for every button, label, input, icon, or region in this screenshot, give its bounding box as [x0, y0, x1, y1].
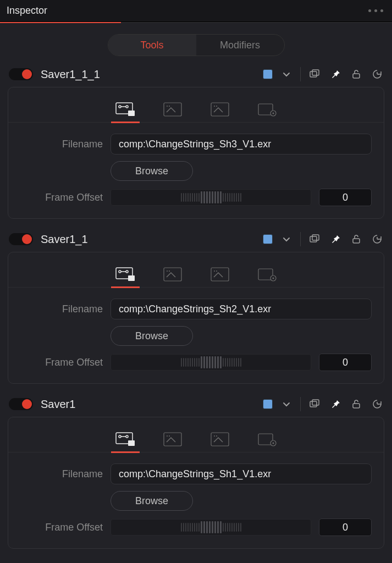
chevron-down-icon[interactable] — [279, 397, 294, 411]
tile-color-chip[interactable] — [263, 69, 273, 79]
svg-rect-21 — [353, 239, 360, 243]
frame-offset-label: Frame Offset — [20, 357, 103, 368]
filename-input[interactable] — [111, 463, 372, 484]
subtab-file-icon[interactable] — [111, 261, 140, 288]
subtab-settings-icon[interactable] — [253, 96, 281, 123]
reset-icon[interactable] — [370, 397, 384, 411]
svg-point-14 — [214, 106, 215, 107]
filename-input[interactable] — [111, 134, 372, 154]
subtab-file-icon[interactable] — [111, 96, 140, 123]
reset-icon[interactable] — [370, 67, 384, 81]
svg-point-12 — [169, 106, 170, 107]
svg-point-7 — [126, 106, 128, 108]
svg-point-30 — [167, 271, 168, 272]
svg-rect-2 — [353, 74, 360, 78]
tile-color-chip[interactable] — [263, 234, 273, 244]
subtab-export-icon[interactable] — [206, 426, 234, 452]
node-saver1_1: Saver1_1 Filename Browse Frame Offset — [0, 227, 392, 391]
versions-icon[interactable] — [307, 67, 322, 81]
enable-toggle[interactable] — [9, 233, 33, 245]
svg-point-37 — [272, 278, 274, 279]
svg-rect-47 — [128, 440, 135, 446]
separator — [300, 67, 301, 81]
frame-offset-thumbwheel[interactable] — [111, 354, 311, 371]
subtab-settings-icon[interactable] — [253, 426, 281, 452]
node-saver1_1_1: Saver1_1_1 — [0, 62, 392, 227]
chevron-down-icon[interactable] — [279, 232, 294, 246]
svg-point-26 — [126, 271, 128, 273]
separator — [300, 232, 301, 246]
svg-rect-39 — [312, 400, 319, 405]
pin-icon[interactable] — [328, 67, 343, 81]
svg-point-49 — [167, 435, 168, 437]
frame-offset-input[interactable] — [319, 354, 372, 371]
svg-point-15 — [216, 106, 217, 107]
svg-point-18 — [272, 113, 274, 114]
svg-point-50 — [169, 435, 170, 437]
svg-point-25 — [119, 271, 121, 273]
filename-label: Filename — [20, 303, 103, 315]
browse-button[interactable]: Browse — [111, 491, 193, 511]
svg-point-34 — [216, 271, 217, 272]
node-name[interactable]: Saver1 — [41, 398, 255, 411]
svg-rect-1 — [312, 70, 319, 75]
filename-input[interactable] — [111, 299, 372, 319]
svg-point-56 — [272, 443, 274, 444]
inspector-subtabs — [8, 417, 384, 452]
svg-point-31 — [169, 271, 170, 272]
svg-rect-0 — [310, 71, 317, 77]
versions-icon[interactable] — [307, 232, 322, 246]
versions-icon[interactable] — [307, 397, 322, 411]
subtab-settings-icon[interactable] — [253, 261, 281, 288]
inspector-mode-tabs: Tools Modifiers — [0, 23, 392, 62]
frame-offset-input[interactable] — [319, 189, 372, 206]
frame-offset-thumbwheel[interactable] — [111, 189, 311, 206]
svg-rect-19 — [310, 236, 317, 242]
subtab-audio-icon[interactable] — [158, 261, 187, 288]
inspector-subtabs — [8, 252, 384, 288]
svg-rect-9 — [128, 111, 135, 116]
subtab-export-icon[interactable] — [206, 96, 234, 123]
node-saver1: Saver1 Filename Browse Frame Offset — [0, 391, 392, 556]
subtab-audio-icon[interactable] — [158, 426, 187, 452]
node-name[interactable]: Saver1_1 — [41, 233, 255, 246]
browse-button[interactable]: Browse — [111, 161, 193, 181]
panel-title: Inspector — [7, 5, 47, 16]
browse-button[interactable]: Browse — [111, 326, 193, 346]
lock-icon[interactable] — [349, 397, 363, 411]
panel-options-button[interactable] — [368, 9, 383, 12]
tile-color-chip[interactable] — [263, 399, 273, 409]
frame-offset-label: Frame Offset — [20, 522, 103, 533]
svg-rect-28 — [128, 275, 135, 281]
svg-point-33 — [214, 271, 215, 272]
subtab-audio-icon[interactable] — [158, 96, 187, 123]
frame-offset-input[interactable] — [319, 518, 372, 536]
svg-point-6 — [119, 106, 121, 108]
lock-icon[interactable] — [349, 67, 363, 81]
frame-offset-label: Frame Offset — [20, 192, 103, 203]
chevron-down-icon[interactable] — [279, 67, 294, 81]
svg-point-52 — [214, 435, 215, 437]
svg-point-45 — [126, 435, 128, 438]
reset-icon[interactable] — [370, 232, 384, 246]
inspector-subtabs — [8, 87, 384, 123]
enable-toggle[interactable] — [9, 398, 33, 410]
svg-point-53 — [216, 435, 217, 437]
node-name[interactable]: Saver1_1_1 — [41, 68, 255, 81]
separator — [300, 397, 301, 411]
svg-rect-38 — [310, 401, 317, 407]
tab-modifiers[interactable]: Modifiers — [196, 35, 284, 56]
svg-point-11 — [167, 106, 168, 107]
subtab-file-icon[interactable] — [111, 426, 140, 452]
frame-offset-thumbwheel[interactable] — [111, 519, 311, 536]
svg-point-44 — [119, 435, 121, 438]
svg-rect-20 — [312, 235, 319, 240]
filename-label: Filename — [20, 468, 103, 480]
pin-icon[interactable] — [328, 232, 343, 246]
enable-toggle[interactable] — [9, 68, 33, 80]
tab-tools[interactable]: Tools — [108, 35, 196, 56]
subtab-export-icon[interactable] — [206, 261, 234, 288]
lock-icon[interactable] — [349, 232, 363, 246]
pin-icon[interactable] — [328, 397, 343, 411]
filename-label: Filename — [20, 139, 103, 150]
